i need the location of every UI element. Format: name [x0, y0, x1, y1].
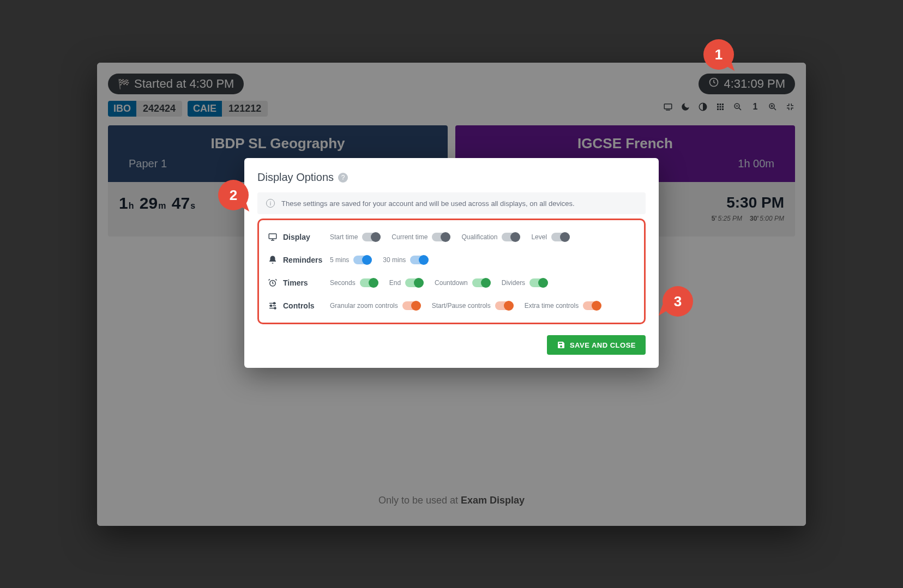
top-bar-right: 4:31:09 PM 1 [663, 74, 795, 112]
row-label-text: Reminders [283, 256, 322, 264]
clock-pill: 4:31:09 PM [699, 74, 795, 94]
option-item: Current time [392, 233, 449, 241]
option-label: Level [531, 233, 547, 241]
svg-rect-8 [722, 106, 724, 107]
svg-rect-14 [269, 234, 276, 239]
code-label: IBO [108, 101, 136, 117]
zoom-in-icon[interactable] [768, 102, 778, 112]
option-label: Dividers [502, 279, 525, 287]
toggle-switch[interactable] [551, 233, 569, 241]
toggle-switch[interactable] [402, 301, 420, 310]
started-pill: 🏁 Started at 4:30 PM [108, 74, 244, 94]
option-label: 5 mins [330, 256, 349, 264]
zoom-out-icon[interactable] [733, 102, 743, 112]
option-item: Level [531, 233, 569, 241]
callout-1: 1 [703, 39, 734, 70]
toggle-switch[interactable] [529, 278, 547, 287]
row-label-text: Controls [283, 301, 315, 310]
code-label: CAIE [188, 101, 222, 117]
code-value: 242424 [136, 101, 182, 117]
modal-title: Display Options ? [257, 171, 646, 184]
monitor-icon [268, 232, 278, 242]
option-label: Seconds [330, 279, 356, 287]
svg-rect-9 [717, 108, 719, 110]
svg-point-16 [274, 302, 275, 304]
end-time: 5:30 PM 5'5:25 PM 30'5:00 PM [712, 194, 784, 222]
toggle-switch[interactable] [353, 256, 371, 264]
callout-3: 3 [663, 286, 693, 317]
sliders-icon [268, 301, 278, 311]
option-item: Start time [330, 233, 380, 241]
exam-title: IBDP SL Geography [119, 135, 437, 152]
option-row-label: Controls [268, 301, 322, 311]
started-label: Started at 4:30 PM [134, 77, 234, 91]
exam-paper: Paper 1 [129, 157, 167, 170]
option-item: Qualification [461, 233, 519, 241]
option-label: Countdown [435, 279, 468, 287]
toggle-switch[interactable] [583, 301, 600, 310]
flag-icon: 🏁 [118, 78, 130, 90]
countdown: 1h 29m 47s [119, 194, 196, 213]
top-bar-left: 🏁 Started at 4:30 PM IBO 242424 CAIE 121… [108, 74, 268, 117]
help-icon[interactable]: ? [338, 173, 348, 183]
svg-point-18 [274, 307, 276, 309]
option-label: End [389, 279, 401, 287]
option-item: Countdown [435, 278, 490, 287]
option-items: 5 mins30 mins [330, 256, 428, 264]
info-text: These settings are saved for your accoun… [281, 199, 575, 208]
bell-icon [268, 255, 278, 265]
clock-icon [708, 77, 719, 91]
option-label: Start/Pause controls [432, 302, 491, 310]
option-label: Start time [330, 233, 358, 241]
display-options-icon[interactable] [663, 102, 673, 112]
svg-point-17 [270, 305, 272, 307]
info-banner: i These settings are saved for your acco… [257, 192, 646, 214]
option-item: Granular zoom controls [330, 301, 420, 310]
fullscreen-exit-icon[interactable] [785, 102, 795, 112]
option-label: Extra time controls [525, 302, 579, 310]
option-item: Seconds [330, 278, 377, 287]
footer-text: Only to be used at Exam Display [97, 495, 806, 506]
option-items: Start timeCurrent timeQualificationLevel [330, 233, 569, 241]
toggle-switch[interactable] [432, 233, 449, 241]
top-bar: 🏁 Started at 4:30 PM IBO 242424 CAIE 121… [108, 74, 795, 117]
svg-rect-4 [720, 104, 721, 105]
svg-rect-1 [664, 104, 672, 108]
display-options-modal: Display Options ? i These settings are s… [244, 158, 659, 368]
svg-rect-3 [717, 104, 719, 105]
svg-rect-5 [722, 104, 724, 105]
option-row-label: Timers [268, 278, 322, 288]
option-row-controls: ControlsGranular zoom controlsStart/Paus… [264, 294, 639, 317]
option-items: Granular zoom controlsStart/Pause contro… [330, 301, 600, 310]
options-highlight-box: DisplayStart timeCurrent timeQualificati… [257, 219, 646, 324]
option-row-timers: TimersSecondsEndCountdownDividers [264, 271, 639, 294]
grid-icon[interactable] [715, 102, 725, 112]
toggle-switch[interactable] [495, 301, 513, 310]
toggle-switch[interactable] [360, 278, 377, 287]
svg-rect-11 [722, 108, 724, 110]
option-item: Extra time controls [525, 301, 600, 310]
toggle-switch[interactable] [472, 278, 490, 287]
option-label: Granular zoom controls [330, 302, 398, 310]
alarm-icon [268, 278, 278, 288]
clock-time: 4:31:09 PM [724, 77, 785, 91]
option-items: SecondsEndCountdownDividers [330, 278, 547, 287]
option-label: Qualification [461, 233, 497, 241]
toggle-switch[interactable] [362, 233, 380, 241]
toggle-switch[interactable] [405, 278, 423, 287]
save-and-close-button[interactable]: SAVE AND CLOSE [547, 335, 646, 355]
svg-rect-6 [717, 106, 719, 107]
exam-codes: IBO 242424 CAIE 121212 [108, 101, 268, 117]
toggle-switch[interactable] [410, 256, 428, 264]
dark-mode-icon[interactable] [681, 102, 690, 112]
zoom-level: 1 [750, 102, 760, 112]
option-item: 5 mins [330, 256, 371, 264]
end-time-extras: 5'5:25 PM 30'5:00 PM [712, 215, 784, 222]
toggle-switch[interactable] [502, 233, 519, 241]
code-chip-ibo: IBO 242424 [108, 101, 182, 117]
exam-duration: 1h 00m [738, 157, 774, 170]
code-chip-caie: CAIE 121212 [188, 101, 268, 117]
contrast-icon[interactable] [698, 102, 708, 112]
option-row-label: Display [268, 232, 322, 242]
modal-footer: SAVE AND CLOSE [257, 335, 646, 355]
